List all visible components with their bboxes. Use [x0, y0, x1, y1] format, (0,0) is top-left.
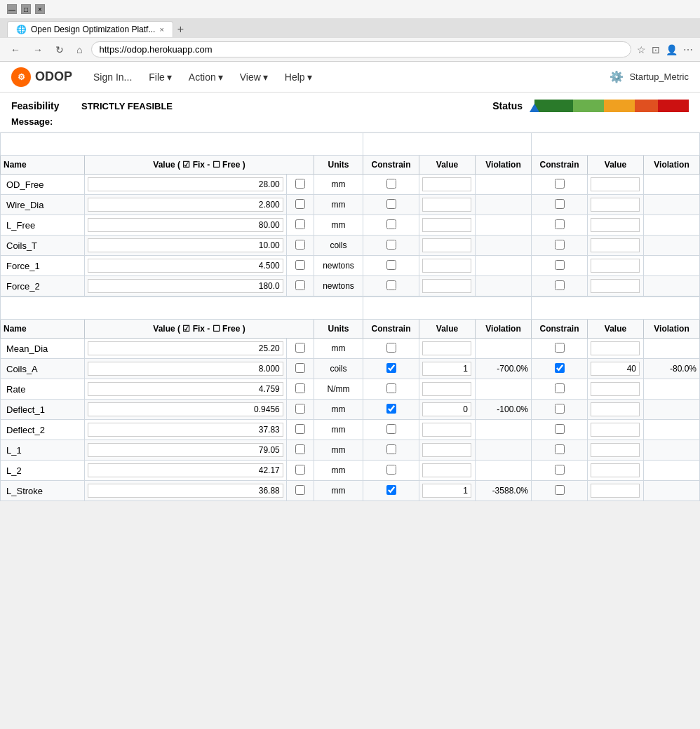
iv-max-constrain-checkbox[interactable]	[555, 280, 565, 290]
iv-fix-checkbox[interactable]	[295, 179, 305, 189]
dv-max-value-input[interactable]	[591, 341, 640, 355]
iv-fix-checkbox[interactable]	[295, 240, 305, 250]
iv-min-value-input[interactable]	[422, 177, 471, 191]
dv-value-input[interactable]	[88, 382, 283, 396]
dv-fix-checkbox[interactable]	[295, 404, 305, 414]
refresh-button[interactable]: ↻	[52, 43, 67, 57]
dv-min-value-input[interactable]	[422, 402, 471, 416]
iv-min-constrain-checkbox[interactable]	[386, 240, 396, 250]
dv-min-constrain-checkbox[interactable]	[386, 465, 396, 475]
dv-value-input[interactable]	[88, 362, 283, 376]
dv-max-constrain-checkbox[interactable]	[555, 404, 565, 414]
nav-signin[interactable]: Sign In...	[86, 67, 139, 87]
bookmark-icon[interactable]: ☆	[637, 44, 646, 55]
forward-button[interactable]: →	[29, 43, 46, 57]
dv-max-constrain-checkbox[interactable]	[555, 424, 565, 434]
dv-min-value-input[interactable]	[422, 341, 471, 355]
minimize-button[interactable]: —	[7, 4, 17, 14]
bookmark-list-icon[interactable]: ⊡	[652, 44, 660, 55]
iv-fix-checkbox[interactable]	[295, 219, 305, 229]
menu-icon[interactable]: ⋯	[683, 44, 693, 55]
account-icon[interactable]: 👤	[666, 44, 678, 55]
iv-max-value-input[interactable]	[591, 259, 640, 273]
iv-fix-checkbox[interactable]	[295, 199, 305, 209]
iv-max-value-input[interactable]	[591, 198, 640, 212]
iv-value-input[interactable]	[88, 259, 283, 273]
dv-fix-checkbox[interactable]	[295, 383, 305, 393]
maximize-button[interactable]: □	[21, 4, 31, 14]
dv-min-constrain-checkbox[interactable]	[386, 363, 396, 373]
iv-fix-checkbox[interactable]	[295, 260, 305, 270]
tab-close-button[interactable]: ×	[159, 25, 163, 34]
iv-value-input[interactable]	[88, 238, 283, 252]
iv-min-constrain-checkbox[interactable]	[386, 179, 396, 189]
dv-min-value-input[interactable]	[422, 443, 471, 457]
dv-min-constrain-checkbox[interactable]	[386, 444, 396, 454]
url-input[interactable]	[91, 41, 631, 57]
close-button[interactable]: ×	[35, 4, 45, 14]
dv-fix-checkbox[interactable]	[295, 465, 305, 475]
iv-min-value-input[interactable]	[422, 259, 471, 273]
dv-fix-checkbox[interactable]	[295, 444, 305, 454]
dv-max-constrain-checkbox[interactable]	[555, 485, 565, 495]
iv-min-value-input[interactable]	[422, 218, 471, 232]
dv-min-value-input[interactable]	[422, 362, 471, 376]
dv-min-constrain-checkbox[interactable]	[386, 383, 396, 393]
nav-file[interactable]: File ▾	[142, 67, 179, 87]
iv-max-value-input[interactable]	[591, 177, 640, 191]
iv-max-constrain-checkbox[interactable]	[555, 179, 565, 189]
iv-max-constrain-checkbox[interactable]	[555, 240, 565, 250]
dv-value-input[interactable]	[88, 423, 283, 437]
iv-max-value-input[interactable]	[591, 238, 640, 252]
home-button[interactable]: ⌂	[73, 43, 86, 57]
iv-max-constrain-checkbox[interactable]	[555, 219, 565, 229]
dv-fix-checkbox[interactable]	[295, 363, 305, 373]
iv-min-constrain-checkbox[interactable]	[386, 260, 396, 270]
dv-max-value-input[interactable]	[591, 382, 640, 396]
dv-max-constrain-checkbox[interactable]	[555, 343, 565, 353]
iv-max-constrain-checkbox[interactable]	[555, 260, 565, 270]
dv-min-constrain-checkbox[interactable]	[386, 485, 396, 495]
dv-fix-checkbox[interactable]	[295, 343, 305, 353]
iv-fix-checkbox[interactable]	[295, 280, 305, 290]
iv-min-value-input[interactable]	[422, 238, 471, 252]
dv-max-constrain-checkbox[interactable]	[555, 363, 565, 373]
dv-min-value-input[interactable]	[422, 423, 471, 437]
dv-value-input[interactable]	[88, 463, 283, 477]
iv-min-value-input[interactable]	[422, 279, 471, 293]
dv-min-value-input[interactable]	[422, 463, 471, 477]
dv-value-input[interactable]	[88, 341, 283, 355]
dv-value-input[interactable]	[88, 443, 283, 457]
iv-max-constrain-checkbox[interactable]	[555, 199, 565, 209]
dv-max-constrain-checkbox[interactable]	[555, 383, 565, 393]
dv-min-value-input[interactable]	[422, 484, 471, 498]
dv-min-constrain-checkbox[interactable]	[386, 424, 396, 434]
dv-max-constrain-checkbox[interactable]	[555, 444, 565, 454]
iv-value-input[interactable]	[88, 198, 283, 212]
active-tab[interactable]: 🌐 Open Design Optimization Platf... ×	[7, 21, 173, 37]
iv-max-value-input[interactable]	[591, 279, 640, 293]
dv-max-value-input[interactable]	[591, 463, 640, 477]
dv-max-value-input[interactable]	[591, 484, 640, 498]
iv-value-input[interactable]	[88, 279, 283, 293]
iv-min-constrain-checkbox[interactable]	[386, 199, 396, 209]
dv-value-input[interactable]	[88, 402, 283, 416]
iv-min-value-input[interactable]	[422, 198, 471, 212]
dv-max-constrain-checkbox[interactable]	[555, 465, 565, 475]
iv-min-constrain-checkbox[interactable]	[386, 280, 396, 290]
nav-view[interactable]: View ▾	[233, 67, 275, 87]
dv-min-constrain-checkbox[interactable]	[386, 343, 396, 353]
dv-value-input[interactable]	[88, 484, 283, 498]
dv-min-value-input[interactable]	[422, 382, 471, 396]
back-button[interactable]: ←	[7, 43, 24, 57]
iv-max-value-input[interactable]	[591, 218, 640, 232]
dv-max-value-input[interactable]	[591, 402, 640, 416]
iv-min-constrain-checkbox[interactable]	[386, 219, 396, 229]
dv-max-value-input[interactable]	[591, 362, 640, 376]
dv-fix-checkbox[interactable]	[295, 485, 305, 495]
new-tab-button[interactable]: +	[177, 23, 184, 36]
dv-max-value-input[interactable]	[591, 423, 640, 437]
dv-max-value-input[interactable]	[591, 443, 640, 457]
iv-value-input[interactable]	[88, 218, 283, 232]
dv-min-constrain-checkbox[interactable]	[386, 404, 396, 414]
